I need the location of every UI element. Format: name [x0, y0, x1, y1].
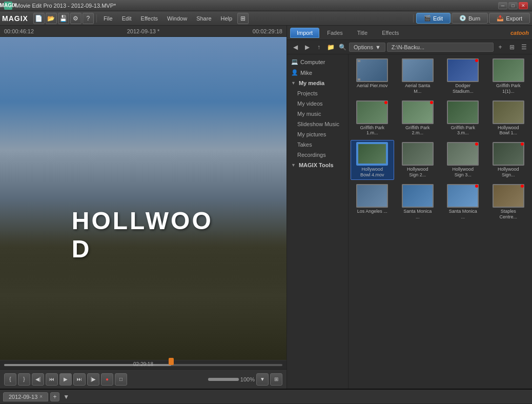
media-thumb-santa2 [447, 184, 479, 208]
media-item-staples[interactable]: Staples Centre... [487, 182, 530, 222]
export-mode-button[interactable]: 📤 Export [489, 13, 530, 24]
tree-mike[interactable]: 👤 Mike [287, 67, 348, 78]
tree-mymedia[interactable]: ▼ My media [287, 78, 348, 88]
file-menu[interactable]: File [99, 14, 117, 23]
zoom-control: 100% ▼ ⊞ [208, 373, 282, 386]
timeline-header: 2012-09-13 × + ▼ [0, 390, 532, 404]
edit-mode-button[interactable]: 🎬 Edit [416, 13, 451, 24]
media-item-aerial-santa[interactable]: Aerial Santa M... [396, 56, 440, 96]
timeline-tab-close[interactable]: × [39, 394, 43, 399]
media-label-griffith-park3: Griffith Park 3.m... [447, 125, 479, 136]
share-menu[interactable]: Share [192, 14, 215, 23]
close-button[interactable]: ✕ [519, 2, 528, 9]
media-item-hwsign3[interactable]: Hollywood Sign 3... [441, 140, 485, 180]
video-preview: HOLLWOO D [0, 37, 287, 360]
zoom-track[interactable] [208, 378, 239, 381]
media-thumb-hwbowl1 [493, 100, 524, 124]
tree-magixtools[interactable]: ▼ MAGIX Tools [287, 160, 348, 170]
options-dropdown[interactable]: Options ▼ [349, 43, 385, 52]
media-item-hwbowl1[interactable]: Hollywood Bowl 1... [487, 98, 530, 138]
skip-back-button[interactable]: ⏮ [46, 373, 58, 386]
timeline-add-button[interactable]: + [50, 392, 59, 401]
step-back-button[interactable]: ◀| [32, 373, 44, 386]
maximize-button[interactable]: □ [508, 2, 518, 9]
media-item-griffith-park3[interactable]: Griffith Park 3.m... [441, 98, 485, 138]
media-item-dodger[interactable]: Dodger Stadium... [441, 56, 485, 96]
tab-title[interactable]: Title [351, 28, 374, 38]
window-menu[interactable]: Window [163, 14, 191, 23]
media-item-griffith-park1[interactable]: Griffith Park 1.m... [351, 98, 394, 138]
media-item-hwsign2[interactable]: Hollywood Sign 2... [396, 140, 440, 180]
tree-recordings[interactable]: Recordings [287, 150, 348, 160]
add-icon[interactable]: + [495, 42, 505, 52]
media-label-hwbowl1: Hollywood Bowl 1... [493, 125, 524, 136]
forward-button[interactable]: ▶ [302, 42, 312, 52]
help-menu[interactable]: Help [217, 14, 237, 23]
media-item-hwbowl4[interactable]: Hollywood Bowl 4.mov [351, 140, 394, 180]
main-content: 00:00:46:12 2012-09-13 * 00:02:29:18 □ H… [0, 26, 532, 389]
media-item-hwsign4[interactable]: Hollywood Sign... [487, 140, 530, 180]
media-label-griffith1: Griffith Park 1(1)... [493, 83, 524, 94]
media-label-la: Los Angeles ... [357, 209, 387, 214]
record-button[interactable]: ● [101, 373, 113, 386]
new-project-button[interactable]: 📄 [33, 13, 45, 24]
timeline-scroll-arrow[interactable]: ▼ [62, 392, 71, 401]
step-forward-button[interactable]: |▶ [87, 373, 99, 386]
tree-mymusic[interactable]: My music [287, 109, 348, 119]
tree-mypictures[interactable]: My pictures [287, 129, 348, 139]
back-button[interactable]: ◀ [290, 42, 300, 52]
hollywood-sign-text: HOLLWOO D [72, 207, 215, 263]
scrubber-handle[interactable] [169, 358, 174, 365]
media-grid: Aerial Pier.mov Aerial Santa M... Dodger… [349, 54, 532, 389]
effects-menu[interactable]: Effects [137, 14, 162, 23]
tree-myvideos[interactable]: My videos [287, 98, 348, 109]
tree-projects[interactable]: Projects [287, 88, 348, 98]
open-button[interactable]: 📂 [46, 13, 57, 24]
help-button[interactable]: ? [83, 13, 94, 24]
up-button[interactable]: ↑ [314, 42, 324, 52]
extra-btn[interactable]: ⊞ [237, 13, 249, 24]
project-name: 2012-09-13 * [127, 28, 160, 34]
media-item-santa1[interactable]: Santa Monica ... [396, 182, 440, 222]
view-grid-icon[interactable]: ⊞ [507, 42, 517, 52]
folder-button[interactable]: 📁 [325, 42, 336, 52]
title-bar: MAGIX Movie Edit Pro 2013 - 2012-09-13.M… [0, 0, 532, 11]
edit-menu[interactable]: Edit [118, 14, 136, 23]
media-thumb-hwsign4 [493, 142, 524, 166]
save-button[interactable]: 💾 [58, 13, 69, 24]
media-thumb-griffith-park1 [356, 100, 388, 124]
burn-mode-button[interactable]: 💿 Burn [452, 13, 488, 24]
tree-takes[interactable]: Takes [287, 139, 348, 150]
media-label-dodger: Dodger Stadium... [447, 83, 479, 94]
magixtools-expand-icon: ▼ [291, 163, 296, 168]
view-list-icon[interactable]: ☰ [519, 42, 529, 52]
media-item-griffith1[interactable]: Griffith Park 1(1)... [487, 56, 530, 96]
zoom-dropdown-button[interactable]: ▼ [256, 373, 269, 386]
search-button[interactable]: 🔍 [337, 42, 347, 52]
media-item-la[interactable]: Los Angeles ... [351, 182, 394, 222]
media-item-griffith-park2[interactable]: Griffith Park 2.m... [396, 98, 440, 138]
left-panel: 00:00:46:12 2012-09-13 * 00:02:29:18 □ H… [0, 26, 287, 389]
play-button[interactable]: ▶ [59, 373, 72, 386]
tab-import[interactable]: Import [290, 28, 319, 38]
menu-separator-2 [413, 14, 414, 23]
tab-effects[interactable]: Effects [375, 28, 405, 38]
skip-forward-button[interactable]: ⏭ [73, 373, 86, 386]
media-thumb-staples [493, 184, 524, 208]
timeline-tab[interactable]: 2012-09-13 × [3, 392, 48, 401]
tree-computer[interactable]: 💻 Computer [287, 56, 348, 67]
window-title: Movie Edit Pro 2013 - 2012-09-13.MVP* [15, 3, 498, 9]
media-item-santa2[interactable]: Santa Monica ... [441, 182, 485, 222]
mark-out-button[interactable]: } [18, 373, 30, 386]
minimize-button[interactable]: ─ [498, 2, 507, 9]
media-item-aerial-pier[interactable]: Aerial Pier.mov [351, 56, 394, 96]
mark-in-button[interactable]: { [4, 373, 16, 386]
snapshot-button[interactable]: □ [115, 373, 127, 386]
settings-button[interactable]: ⚙ [70, 13, 81, 24]
media-label-hwbowl4: Hollywood Bowl 4.mov [356, 167, 388, 178]
tab-fades[interactable]: Fades [320, 28, 350, 38]
zoom-level: 100% [240, 376, 255, 382]
fullscreen-button[interactable]: ⊞ [270, 373, 282, 386]
tree-slideshowmusic[interactable]: Slideshow Music [287, 119, 348, 129]
preview-scrubber[interactable]: 02:29:18 [0, 360, 287, 369]
